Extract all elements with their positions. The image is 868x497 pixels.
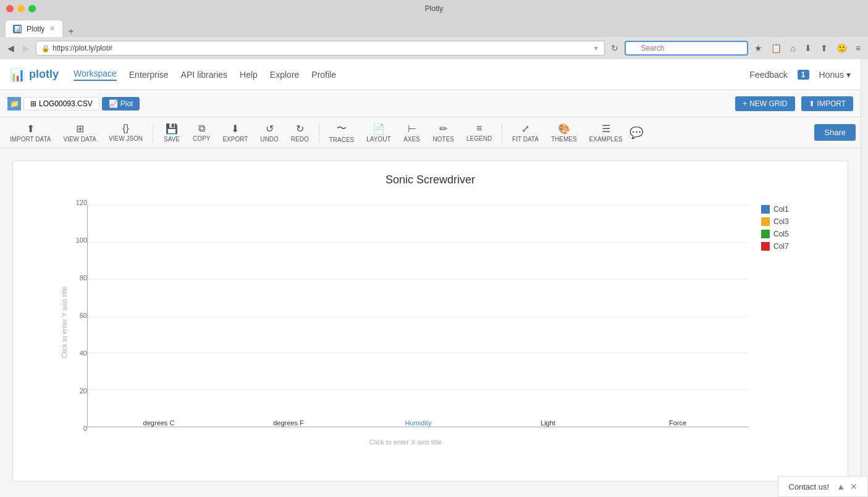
grid-icon: ⊞ <box>30 99 36 108</box>
tab-bar: 📊 Plotly ✕ + <box>0 17 868 37</box>
import-data-button[interactable]: ⬆ IMPORT DATA <box>5 120 56 145</box>
import-data-label: IMPORT DATA <box>10 136 51 143</box>
layout-icon: 📄 <box>373 123 385 135</box>
forward-button[interactable]: ▶ <box>20 42 32 54</box>
reading-list-button[interactable]: 📋 <box>769 42 784 54</box>
logo[interactable]: 📊 plotly <box>10 67 59 82</box>
new-grid-label: NEW GRID <box>749 99 787 108</box>
import-data-icon: ⬆ <box>27 123 35 135</box>
minimize-window-button[interactable] <box>17 5 25 12</box>
emoji-button[interactable]: 🙂 <box>834 42 849 54</box>
view-data-icon: ⊞ <box>76 123 84 135</box>
bar-item-degrees-f[interactable]: degrees F <box>255 416 322 427</box>
new-grid-button[interactable]: + NEW GRID <box>735 96 794 111</box>
copy-icon: ⧉ <box>198 123 205 134</box>
bookmark-button[interactable]: ★ <box>752 42 765 54</box>
notes-button[interactable]: ✏ NOTES <box>428 120 459 145</box>
logo-icon: 📊 <box>10 67 25 82</box>
home-button[interactable]: ⌂ <box>788 42 798 54</box>
y-tick-0: 0 <box>62 425 87 432</box>
axes-button[interactable]: ⊢ AXES <box>398 120 426 145</box>
refresh-button[interactable]: ↻ <box>609 42 621 54</box>
y-tick-20: 20 <box>62 387 87 395</box>
x-axis-title[interactable]: Click to enter X axis title <box>62 438 749 446</box>
layout-button[interactable]: 📄 LAYOUT <box>361 120 395 145</box>
axes-label: AXES <box>403 136 420 143</box>
notes-icon: ✏ <box>439 123 447 135</box>
dropdown-arrow-icon: ▼ <box>592 44 599 52</box>
bar-item-force[interactable]: Force <box>644 416 712 427</box>
copy-label: COPY <box>193 135 210 142</box>
themes-button[interactable]: 🎨 THEMES <box>546 120 582 145</box>
export-button[interactable]: ⬇ EXPORT <box>217 120 253 145</box>
chart-plot-area: Click to enter Y axis title 120 100 80 6… <box>62 199 823 446</box>
save-button[interactable]: 💾 SAVE <box>158 120 185 145</box>
share-browser-button[interactable]: ⬆ <box>818 42 830 54</box>
traces-label: TRACES <box>329 136 355 143</box>
legend-item-col5: Col5 <box>761 230 823 238</box>
file-tab-csv[interactable]: ⊞ LOG00093.CSV <box>23 97 99 111</box>
legend-label-col5: Col5 <box>773 230 789 238</box>
feedback-button[interactable]: Feedback <box>749 70 787 80</box>
copy-button[interactable]: ⧉ COPY <box>188 120 215 144</box>
browser-toolbar: ◀ ▶ 🔒 https://plot.ly/plot# ▼ ↻ 🔍 ★ 📋 ⌂ … <box>0 37 868 59</box>
scrollbar[interactable] <box>861 59 868 494</box>
nav-workspace[interactable]: Workspace <box>74 69 117 81</box>
notification-badge[interactable]: 1 <box>798 70 809 80</box>
bar-label-degrees-c: degrees C <box>143 419 175 427</box>
contact-expand-button[interactable]: ▲ <box>836 482 845 491</box>
close-tab-button[interactable]: ✕ <box>49 25 55 33</box>
new-tab-button[interactable]: + <box>65 26 76 37</box>
traces-button[interactable]: 〜 TRACES <box>324 120 360 146</box>
undo-button[interactable]: ↺ UNDO <box>255 120 283 145</box>
window-title: Plotly <box>425 4 443 13</box>
nav-api-libraries[interactable]: API libraries <box>181 70 227 80</box>
view-json-button[interactable]: {} VIEW JSON <box>104 120 148 144</box>
bar-item-humidity[interactable]: Humidity <box>384 416 452 427</box>
bar-label-degrees-f: degrees F <box>273 419 304 427</box>
bar-item-light[interactable]: Light <box>514 416 582 427</box>
browser-titlebar: Plotly <box>0 0 868 17</box>
browser-tab[interactable]: 📊 Plotly ✕ <box>5 20 63 37</box>
y-tick-40: 40 <box>62 349 87 357</box>
examples-button[interactable]: ☰ EXAMPLES <box>584 120 628 145</box>
nav-help[interactable]: Help <box>240 70 258 80</box>
redo-button[interactable]: ↻ REDO <box>286 120 314 145</box>
view-data-button[interactable]: ⊞ VIEW DATA <box>59 120 102 145</box>
fit-data-icon: ⤢ <box>521 123 529 135</box>
folder-icon[interactable]: 📁 <box>7 97 21 111</box>
menu-button[interactable]: ≡ <box>853 42 863 54</box>
share-button[interactable]: Share <box>814 124 856 141</box>
search-input[interactable] <box>625 41 748 56</box>
export-icon: ⬇ <box>231 123 239 135</box>
redo-label: REDO <box>291 136 309 143</box>
main-nav: Workspace Enterprise API libraries Help … <box>74 69 336 81</box>
close-window-button[interactable] <box>6 5 14 12</box>
gridline-80 <box>88 279 749 280</box>
file-tab-plot[interactable]: 📈 Plot <box>102 97 140 111</box>
legend-button[interactable]: ≡ LEGEND <box>461 120 497 144</box>
fit-data-button[interactable]: ⤢ FIT DATA <box>507 120 544 145</box>
nav-enterprise[interactable]: Enterprise <box>129 70 169 80</box>
lock-icon: 🔒 <box>41 44 50 52</box>
contact-close-button[interactable]: ✕ <box>850 482 857 491</box>
back-button[interactable]: ◀ <box>5 42 17 54</box>
chart-container: Sonic Screwdriver Click to enter Y axis … <box>12 161 848 482</box>
fit-data-label: FIT DATA <box>512 136 539 143</box>
examples-label: EXAMPLES <box>589 136 623 143</box>
download-button[interactable]: ⬇ <box>802 42 814 54</box>
legend-label-col1: Col1 <box>773 205 789 214</box>
file-name: LOG00093.CSV <box>39 99 93 108</box>
maximize-window-button[interactable] <box>28 5 36 12</box>
action-toolbar: ⬆ IMPORT DATA ⊞ VIEW DATA {} VIEW JSON 💾… <box>0 117 861 148</box>
bar-item-degrees-c[interactable]: degrees C <box>125 416 193 427</box>
import-button[interactable]: ⬆ IMPORT <box>801 96 853 111</box>
nav-explore[interactable]: Explore <box>270 70 299 80</box>
notes-label: NOTES <box>433 136 454 143</box>
chart-title[interactable]: Sonic Screwdriver <box>25 173 835 186</box>
comment-button[interactable]: 💬 <box>630 126 643 140</box>
address-bar[interactable]: 🔒 https://plot.ly/plot# ▼ <box>36 41 605 56</box>
nav-profile[interactable]: Profile <box>311 70 336 80</box>
user-menu[interactable]: Honus ▾ <box>819 70 851 80</box>
header-right: Feedback 1 Honus ▾ <box>749 70 851 80</box>
